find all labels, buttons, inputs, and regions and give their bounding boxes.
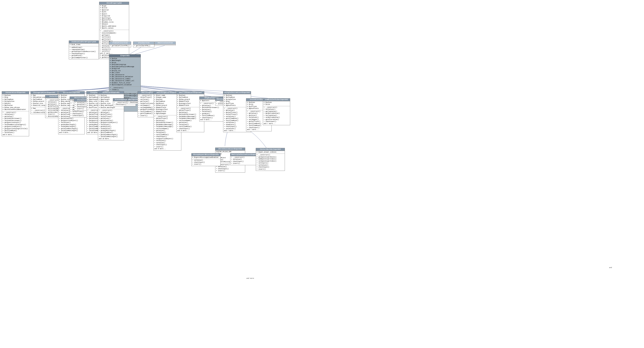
field-item: # $values bbox=[3, 95, 28, 97]
field-item: CUSTOM_UPLOAD_ERR bbox=[216, 151, 244, 153]
field-item: # $type bbox=[100, 5, 128, 7]
method-item: + getTableFilterHTML() bbox=[110, 45, 130, 47]
method-item: + setValue() bbox=[154, 142, 180, 144]
method-item: + insert() bbox=[192, 164, 220, 165]
method-item: + setValues() bbox=[3, 114, 28, 116]
method-item: + setOpenAnswerIndex() bbox=[257, 160, 284, 162]
method-item: + getItemByPostVar() bbox=[70, 57, 98, 59]
method-item: + getTitle() bbox=[100, 38, 128, 40]
method-item: + __construct() bbox=[264, 107, 289, 109]
answer-wizard-fields: # $values # $lng # $allowMove # $singlel… bbox=[2, 94, 29, 111]
input-gui-title: IInputGUI bbox=[109, 54, 140, 57]
field-item: # $value_maxlength bbox=[99, 107, 123, 109]
field-item: # $singleline bbox=[3, 101, 28, 103]
field-item: # $lng bbox=[3, 97, 28, 98]
field-item: # $object bbox=[3, 103, 28, 105]
answer-wizard-methods: + __construct() + setValues() + getValue… bbox=[2, 111, 29, 136]
method-item: + insert() bbox=[231, 163, 259, 165]
field-item: # $multi_addremove bbox=[100, 25, 128, 27]
method-item: + setValue() bbox=[231, 159, 259, 161]
toolbar-item-methods: + getToolbarHTML() bbox=[133, 44, 154, 47]
field-item: # $parentgui bbox=[100, 17, 128, 19]
single-choice-wizard-title: ISingleChoiceWizardInputGUI bbox=[223, 91, 251, 94]
method-item: + checkInput() bbox=[200, 117, 223, 119]
method-item: + setUseOtherAnswer() bbox=[3, 120, 28, 122]
method-item: + setValueMaxLength() bbox=[59, 130, 84, 132]
field-item: # $title bbox=[100, 7, 128, 9]
diagram-container: IFormPropertyGUI # $type # $title # $pos… bbox=[0, 0, 644, 348]
field-item: # $parentform bbox=[100, 19, 128, 21]
method-item: + __construct() bbox=[257, 154, 284, 156]
field-item: # $values bbox=[99, 95, 123, 97]
field-item: # $multi_values bbox=[100, 27, 128, 29]
toolbar-item-box: IToolbarItem + getToolbarHTML() bbox=[133, 41, 154, 47]
svg-line-3 bbox=[128, 46, 142, 55]
method-item: + __construct() bbox=[110, 87, 140, 89]
method-item: + setValues() bbox=[264, 109, 289, 110]
method-item: and 6 more... bbox=[3, 134, 28, 136]
method-item: + checkInput() bbox=[231, 161, 259, 163]
field-item: # $validationgroup bbox=[110, 64, 140, 66]
method-item: + setKeyMaxLength() bbox=[59, 126, 84, 128]
method-item: + getUseOtherAnswer() bbox=[3, 118, 28, 120]
tnbl-color-picker-title: ITNBLColorPickerInputGUI bbox=[263, 98, 290, 101]
multi-values-title: IMultivaluesItem bbox=[155, 42, 176, 44]
method-item: + setAlert() bbox=[100, 48, 128, 50]
toolbar-item-title: IToolbarItem bbox=[133, 42, 154, 44]
method-item: + getType() bbox=[100, 34, 128, 36]
method-item: + setValues() bbox=[3, 132, 28, 134]
field-item: # $submit_form_on_enter bbox=[110, 82, 140, 84]
method-item: and 8 more... bbox=[177, 130, 204, 132]
method-item: + getValue() bbox=[177, 122, 204, 124]
field-item: # $size bbox=[110, 62, 140, 64]
method-item: + getValueMaxLength() bbox=[59, 128, 84, 130]
method-item: + checkSubInput() bbox=[70, 53, 98, 55]
method-item: + getUseOtherAnswer() bbox=[200, 107, 223, 109]
select-builder-fields: # $open_answer_indexes bbox=[256, 151, 285, 154]
method-item: + insert() bbox=[257, 168, 284, 170]
method-item: + setKeySize() bbox=[99, 128, 123, 130]
method-item: + getSuffixes() bbox=[99, 114, 123, 116]
method-item: + setValues() bbox=[99, 124, 123, 126]
method-item: + render() bbox=[110, 89, 140, 91]
method-item: + getSubForm() bbox=[70, 55, 98, 57]
method-item: + removeSubItem() bbox=[70, 49, 98, 51]
and-label: and bbox=[609, 267, 612, 269]
method-item: + getQuestionCount() bbox=[3, 122, 28, 124]
method-item: + setAllowMove() bbox=[154, 134, 180, 136]
tnbl-methods: + __construct() + setValues() + getTopVa… bbox=[263, 106, 290, 125]
method-item: and 8 more... bbox=[200, 119, 223, 121]
field-item: # $ignoreMissingUploadEnabled bbox=[192, 157, 220, 159]
method-item: + checkinput() bbox=[154, 144, 180, 146]
multi-values-item-box: IMultivaluesItem bbox=[154, 41, 176, 45]
method-item: + setInputs() bbox=[257, 162, 284, 164]
method-item: + setTitle() bbox=[100, 36, 128, 38]
field-item: # $size bbox=[264, 104, 289, 106]
field-item: # $minvalue bbox=[3, 105, 28, 107]
method-item: + executeCommand() bbox=[100, 32, 128, 34]
method-item: + getQuestionObject() bbox=[59, 120, 84, 122]
method-item: + getBottomValue() bbox=[264, 113, 289, 115]
method-item: + getValue() bbox=[200, 109, 223, 111]
method-item: + insert() bbox=[154, 146, 180, 148]
form-property-gui-title: IFormPropertyGUI bbox=[99, 2, 129, 4]
sub-enabled-methods: + addSubItem() + removeSubItem() + getSu… bbox=[69, 46, 98, 59]
method-item: + getToolbarHTML() bbox=[134, 45, 154, 47]
method-item: + getValue() bbox=[3, 116, 28, 118]
sub-enabled-fields: # $sub_items bbox=[69, 43, 98, 46]
method-item: + checkinput() bbox=[247, 127, 271, 129]
multiple-choice-wizard-title: IMultipleChoiceWizardInputGUI bbox=[230, 153, 260, 156]
method-item: + getAllowMove() bbox=[3, 130, 28, 132]
method-item: + setValueMaxLength() bbox=[99, 136, 123, 138]
method-item: + getValue() bbox=[99, 112, 123, 114]
perm-choice-wizard-title: IPermChoiceWizardInputGUI bbox=[215, 148, 245, 150]
method-item: + setQuestionObject() bbox=[154, 138, 180, 140]
method-item: + checkInput() bbox=[257, 166, 284, 168]
method-item: + setValue() bbox=[216, 166, 244, 168]
method-item: + setShowNeutralCategory() bbox=[3, 124, 28, 126]
method-item: + setInfo() bbox=[100, 50, 128, 52]
multiple-choice-wizard-box: IMultipleChoiceWizardInputGUI + __constr… bbox=[230, 153, 260, 165]
essay-keyword-methods: + setValue() + checkInput() + insert() bbox=[192, 159, 220, 166]
field-item: # $info bbox=[100, 11, 128, 13]
field-item: # $minValueShouldBeGreater bbox=[3, 109, 28, 111]
